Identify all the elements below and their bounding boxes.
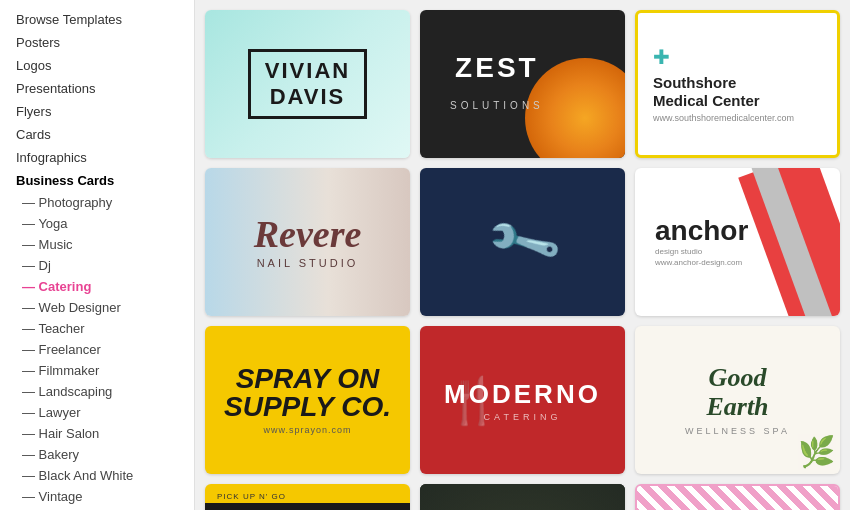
vivian-davis-name: VIVIAN DAVIS xyxy=(248,49,367,120)
sidebar-item-logos[interactable]: Logos xyxy=(0,54,194,77)
zest-text: ZEST SOLUTIONS xyxy=(450,52,544,116)
card-revere[interactable]: Revere NAIL STUDIO xyxy=(205,168,410,316)
card-southshore[interactable]: ✚ Southshore Medical Center www.southsho… xyxy=(635,10,840,158)
spray-text: SPRAY ON SUPPLY CO. xyxy=(224,365,391,421)
wrench-icon: 🔧 xyxy=(481,201,564,282)
moderno-name: MODERNO xyxy=(444,379,601,410)
sidebar-item-dj[interactable]: — Dj xyxy=(0,255,194,276)
sidebar-item-posters[interactable]: Posters xyxy=(0,31,194,54)
sidebar-item-business-cards[interactable]: Business Cards xyxy=(0,169,194,192)
sidebar-item-cards[interactable]: Cards xyxy=(0,123,194,146)
card-spray-on[interactable]: SPRAY ON SUPPLY CO. www.sprayon.com xyxy=(205,326,410,474)
goodearth-name: Good Earth xyxy=(706,364,768,421)
sidebar-item-photography[interactable]: — Photography xyxy=(0,192,194,213)
card-anchor[interactable]: anchor design studio www.anchor-design.c… xyxy=(635,168,840,316)
card-cab-transit[interactable]: PICK UP N' GO CAB TRANSIT NEW YORK CAB S… xyxy=(205,484,410,510)
card-good-earth[interactable]: 🌿 Good Earth wellness spa xyxy=(635,326,840,474)
sidebar-item-landscaping[interactable]: — Landscaping xyxy=(0,381,194,402)
sidebar-item-presentations[interactable]: Presentations xyxy=(0,77,194,100)
cards-grid: VIVIAN DAVIS ZEST SOLUTIONS ✚ Southshore… xyxy=(205,10,840,510)
sidebar-item-music[interactable]: — Music xyxy=(0,234,194,255)
sidebar-item-lawyer[interactable]: — Lawyer xyxy=(0,402,194,423)
zest-inner: ZEST SOLUTIONS xyxy=(420,10,625,158)
card-vivian-davis[interactable]: VIVIAN DAVIS xyxy=(205,10,410,158)
cab-top: PICK UP N' GO xyxy=(205,484,410,503)
sidebar-item-web-designer[interactable]: — Web Designer xyxy=(0,297,194,318)
sidebar-item-hair-salon[interactable]: — Hair Salon xyxy=(0,423,194,444)
card-farm-to-table[interactable]: EST 1885 FARM TO TABLE CALIFORNIA ORGANI… xyxy=(420,484,625,510)
template-grid: VIVIAN DAVIS ZEST SOLUTIONS ✚ Southshore… xyxy=(195,0,850,510)
farm-bg xyxy=(420,484,625,510)
cab-name: CAB TRANSIT xyxy=(205,503,410,510)
anchor-text-group: anchor design studio www.anchor-design.c… xyxy=(655,217,748,267)
southshore-url: www.southshoremedicalcenter.com xyxy=(653,113,794,123)
revere-sub: NAIL STUDIO xyxy=(257,257,359,269)
sidebar-item-infographics[interactable]: Infographics xyxy=(0,146,194,169)
sidebar-item-black-and-white[interactable]: — Black And White xyxy=(0,465,194,486)
sidebar: Browse Templates Posters Logos Presentat… xyxy=(0,0,195,510)
sidebar-item-catering[interactable]: — Catering xyxy=(0,276,194,297)
moderno-sub: CATERING xyxy=(484,412,562,422)
card-leigh-silva[interactable]: Leigh Silva xyxy=(635,484,840,510)
southshore-icon: ✚ xyxy=(653,45,670,69)
southshore-name: Southshore Medical Center xyxy=(653,74,760,110)
anchor-url: www.anchor-design.com xyxy=(655,258,748,267)
sidebar-item-filmmaker[interactable]: — Filmmaker xyxy=(0,360,194,381)
goodearth-sub: wellness spa xyxy=(685,426,790,436)
sidebar-item-flyers[interactable]: Flyers xyxy=(0,100,194,123)
card-zest[interactable]: ZEST SOLUTIONS xyxy=(420,10,625,158)
sidebar-item-vintage[interactable]: — Vintage xyxy=(0,486,194,507)
card-trusty-wrench[interactable]: 🔧 xyxy=(420,168,625,316)
goodearth-leaf-icon: 🌿 xyxy=(798,434,835,469)
sidebar-item-freelancer[interactable]: — Freelancer xyxy=(0,339,194,360)
anchor-sub: design studio xyxy=(655,247,748,256)
anchor-name: anchor xyxy=(655,217,748,245)
revere-script: Revere xyxy=(254,215,362,253)
sidebar-item-yoga[interactable]: — Yoga xyxy=(0,213,194,234)
spray-url: www.sprayon.com xyxy=(263,425,351,435)
sidebar-item-bakery[interactable]: — Bakery xyxy=(0,444,194,465)
southshore-content: ✚ Southshore Medical Center www.southsho… xyxy=(653,45,794,123)
sidebar-item-teacher[interactable]: — Teacher xyxy=(0,318,194,339)
sidebar-item-browse[interactable]: Browse Templates xyxy=(0,8,194,31)
card-moderno[interactable]: 🍴 MODERNO CATERING xyxy=(420,326,625,474)
leigh-pattern-top xyxy=(637,486,838,510)
